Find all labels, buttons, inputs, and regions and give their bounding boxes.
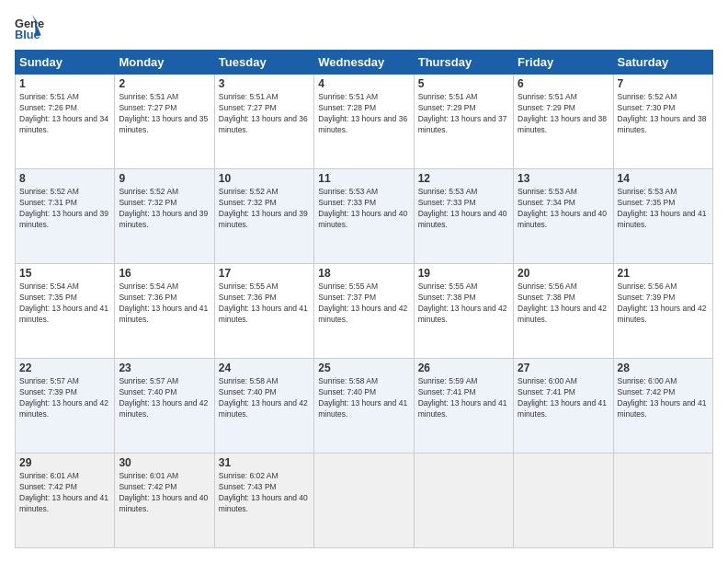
day-number: 11 [318,172,409,185]
calendar-cell: 10 Sunrise: 5:52 AM Sunset: 7:32 PM Dayl… [214,169,313,264]
day-number: 12 [418,172,509,185]
page: General Blue SundayMondayTuesdayWednesda… [0,0,728,563]
calendar-cell: 29 Sunrise: 6:01 AM Sunset: 7:42 PM Dayl… [16,454,115,548]
day-number: 5 [418,77,509,90]
calendar-week-row: 29 Sunrise: 6:01 AM Sunset: 7:42 PM Dayl… [16,454,713,548]
calendar-cell: 18 Sunrise: 5:55 AM Sunset: 7:37 PM Dayl… [314,264,414,359]
weekday-header: Sunday [16,51,115,75]
day-info: Sunrise: 5:55 AM Sunset: 7:38 PM Dayligh… [418,282,509,326]
header: General Blue [15,15,713,40]
day-number: 9 [119,172,210,185]
calendar-cell [314,454,414,548]
calendar-cell: 12 Sunrise: 5:53 AM Sunset: 7:33 PM Dayl… [414,169,513,264]
weekday-header: Monday [115,51,214,75]
calendar-cell: 2 Sunrise: 5:51 AM Sunset: 7:27 PM Dayli… [115,75,214,169]
day-info: Sunrise: 5:53 AM Sunset: 7:33 PM Dayligh… [318,187,409,231]
day-number: 6 [518,77,609,90]
calendar-cell: 24 Sunrise: 5:58 AM Sunset: 7:40 PM Dayl… [214,359,313,454]
calendar-cell: 20 Sunrise: 5:56 AM Sunset: 7:38 PM Dayl… [514,264,613,359]
day-number: 18 [318,267,409,280]
day-info: Sunrise: 5:53 AM Sunset: 7:35 PM Dayligh… [618,187,709,231]
day-number: 4 [318,77,409,90]
day-info: Sunrise: 5:57 AM Sunset: 7:40 PM Dayligh… [119,376,210,420]
day-number: 28 [618,362,709,374]
day-number: 21 [618,267,709,280]
day-number: 26 [418,362,509,374]
day-info: Sunrise: 5:56 AM Sunset: 7:38 PM Dayligh… [518,282,609,326]
day-info: Sunrise: 5:52 AM Sunset: 7:30 PM Dayligh… [618,92,709,136]
calendar-cell: 6 Sunrise: 5:51 AM Sunset: 7:29 PM Dayli… [514,75,613,169]
calendar-cell: 7 Sunrise: 5:52 AM Sunset: 7:30 PM Dayli… [613,75,712,169]
calendar-header-row: SundayMondayTuesdayWednesdayThursdayFrid… [16,51,713,75]
calendar-cell: 26 Sunrise: 5:59 AM Sunset: 7:41 PM Dayl… [414,359,513,454]
calendar-cell: 13 Sunrise: 5:53 AM Sunset: 7:34 PM Dayl… [514,169,613,264]
calendar-week-row: 15 Sunrise: 5:54 AM Sunset: 7:35 PM Dayl… [16,264,713,359]
day-info: Sunrise: 5:55 AM Sunset: 7:36 PM Dayligh… [219,282,310,326]
weekday-header: Thursday [414,51,513,75]
day-info: Sunrise: 6:02 AM Sunset: 7:43 PM Dayligh… [219,471,310,515]
day-info: Sunrise: 5:58 AM Sunset: 7:40 PM Dayligh… [219,376,310,420]
calendar-week-row: 1 Sunrise: 5:51 AM Sunset: 7:26 PM Dayli… [16,75,713,169]
day-number: 23 [119,362,210,374]
calendar-cell: 15 Sunrise: 5:54 AM Sunset: 7:35 PM Dayl… [16,264,115,359]
day-number: 13 [518,172,609,185]
calendar-cell: 19 Sunrise: 5:55 AM Sunset: 7:38 PM Dayl… [414,264,513,359]
day-number: 24 [219,362,310,374]
day-info: Sunrise: 5:56 AM Sunset: 7:39 PM Dayligh… [618,282,709,326]
calendar-cell [514,454,613,548]
day-number: 16 [119,267,210,280]
day-info: Sunrise: 5:52 AM Sunset: 7:32 PM Dayligh… [219,187,310,231]
calendar-cell: 11 Sunrise: 5:53 AM Sunset: 7:33 PM Dayl… [314,169,414,264]
day-number: 7 [618,77,709,90]
day-info: Sunrise: 5:51 AM Sunset: 7:28 PM Dayligh… [318,92,409,136]
weekday-header: Tuesday [214,51,313,75]
day-number: 31 [219,456,310,469]
day-number: 25 [318,362,409,374]
day-info: Sunrise: 5:54 AM Sunset: 7:36 PM Dayligh… [119,282,210,326]
calendar-cell [613,454,712,548]
day-info: Sunrise: 6:00 AM Sunset: 7:41 PM Dayligh… [518,376,609,420]
weekday-header: Saturday [613,51,712,75]
day-number: 20 [518,267,609,280]
logo: General Blue [15,15,48,40]
calendar-cell: 17 Sunrise: 5:55 AM Sunset: 7:36 PM Dayl… [214,264,313,359]
day-number: 14 [618,172,709,185]
calendar-cell: 3 Sunrise: 5:51 AM Sunset: 7:27 PM Dayli… [214,75,313,169]
weekday-header: Friday [514,51,613,75]
day-number: 22 [19,362,110,374]
day-info: Sunrise: 6:01 AM Sunset: 7:42 PM Dayligh… [19,471,110,515]
day-info: Sunrise: 5:51 AM Sunset: 7:26 PM Dayligh… [19,92,110,136]
calendar-table: SundayMondayTuesdayWednesdayThursdayFrid… [15,50,713,548]
calendar-week-row: 8 Sunrise: 5:52 AM Sunset: 7:31 PM Dayli… [16,169,713,264]
day-number: 8 [19,172,110,185]
calendar-cell: 4 Sunrise: 5:51 AM Sunset: 7:28 PM Dayli… [314,75,414,169]
day-number: 10 [219,172,310,185]
logo-icon: General Blue [15,15,44,40]
day-number: 29 [19,456,110,469]
day-number: 1 [19,77,110,90]
day-info: Sunrise: 5:59 AM Sunset: 7:41 PM Dayligh… [418,376,509,420]
calendar-cell: 1 Sunrise: 5:51 AM Sunset: 7:26 PM Dayli… [16,75,115,169]
calendar-cell: 16 Sunrise: 5:54 AM Sunset: 7:36 PM Dayl… [115,264,214,359]
day-info: Sunrise: 5:52 AM Sunset: 7:31 PM Dayligh… [19,187,110,231]
calendar-cell: 8 Sunrise: 5:52 AM Sunset: 7:31 PM Dayli… [16,169,115,264]
calendar-cell: 30 Sunrise: 6:01 AM Sunset: 7:42 PM Dayl… [115,454,214,548]
day-number: 19 [418,267,509,280]
weekday-header: Wednesday [314,51,414,75]
day-info: Sunrise: 5:51 AM Sunset: 7:27 PM Dayligh… [119,92,210,136]
day-number: 30 [119,456,210,469]
day-info: Sunrise: 5:51 AM Sunset: 7:29 PM Dayligh… [518,92,609,136]
calendar-cell: 27 Sunrise: 6:00 AM Sunset: 7:41 PM Dayl… [514,359,613,454]
day-info: Sunrise: 6:00 AM Sunset: 7:42 PM Dayligh… [618,376,709,420]
calendar-cell: 9 Sunrise: 5:52 AM Sunset: 7:32 PM Dayli… [115,169,214,264]
day-number: 3 [219,77,310,90]
day-number: 27 [518,362,609,374]
day-number: 2 [119,77,210,90]
calendar-cell: 22 Sunrise: 5:57 AM Sunset: 7:39 PM Dayl… [16,359,115,454]
day-info: Sunrise: 5:53 AM Sunset: 7:33 PM Dayligh… [418,187,509,231]
calendar-cell: 5 Sunrise: 5:51 AM Sunset: 7:29 PM Dayli… [414,75,513,169]
day-info: Sunrise: 6:01 AM Sunset: 7:42 PM Dayligh… [119,471,210,515]
calendar-cell: 28 Sunrise: 6:00 AM Sunset: 7:42 PM Dayl… [613,359,712,454]
day-info: Sunrise: 5:58 AM Sunset: 7:40 PM Dayligh… [318,376,409,420]
day-info: Sunrise: 5:54 AM Sunset: 7:35 PM Dayligh… [19,282,110,326]
